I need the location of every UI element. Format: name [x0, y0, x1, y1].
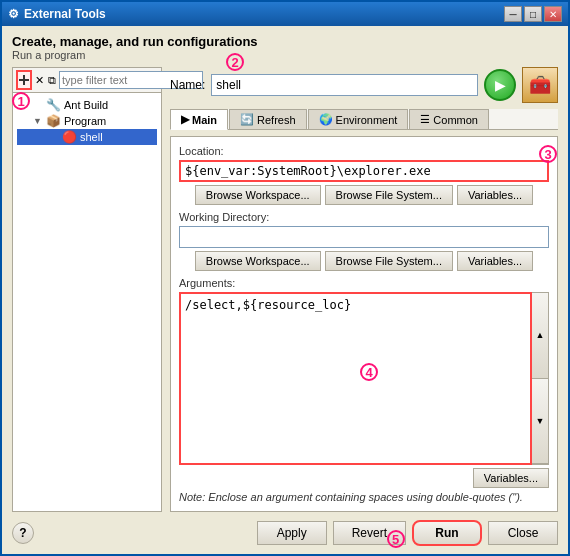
main-content: ✕ ⧉ 🔧 Ant Build ▼ 📦 Program [12, 67, 558, 512]
window-icon: ⚙ [8, 7, 19, 21]
name-label: Name: [170, 78, 205, 92]
page-subtitle: Run a program [12, 49, 558, 61]
tab-refresh[interactable]: 🔄 Refresh [229, 109, 307, 130]
location-browse-filesystem-button[interactable]: Browse File System... [325, 185, 453, 205]
arguments-input[interactable]: /select,${resource_loc} [179, 292, 532, 465]
new-config-button[interactable] [16, 70, 32, 90]
window-header: Create, manage, and run configurations R… [12, 34, 558, 61]
environment-tab-icon: 🌍 [319, 113, 333, 126]
annotation-4: 4 [360, 363, 378, 381]
location-input[interactable] [179, 160, 549, 182]
tab-refresh-label: Refresh [257, 114, 296, 126]
tabs-container: ▶ Main 🔄 Refresh 🌍 Environment ☰ Common [170, 109, 558, 130]
common-tab-icon: ☰ [420, 113, 430, 126]
location-browse-row: Browse Workspace... Browse File System..… [179, 185, 549, 205]
duplicate-config-button[interactable]: ⧉ [47, 70, 57, 90]
scroll-down-button[interactable]: ▼ [532, 379, 548, 465]
working-dir-browse-row: Browse Workspace... Browse File System..… [179, 251, 549, 271]
tab-common-label: Common [433, 114, 478, 126]
working-dir-label: Working Directory: [179, 211, 549, 223]
tab-environment[interactable]: 🌍 Environment [308, 109, 409, 130]
main-tab-icon: ▶ [181, 113, 189, 126]
tab-environment-label: Environment [336, 114, 398, 126]
arguments-label: Arguments: [179, 277, 549, 289]
window-body: Create, manage, and run configurations R… [2, 26, 568, 554]
expand-icon: ▼ [33, 116, 43, 126]
bottom-bar: ? Apply Revert Run Close 5 [12, 512, 558, 546]
arguments-vars-row: Variables... [179, 468, 549, 488]
bottom-right-buttons: Apply Revert Run Close 5 [257, 520, 558, 546]
tab-main[interactable]: ▶ Main [170, 109, 228, 130]
working-dir-input[interactable] [179, 226, 549, 248]
help-button[interactable]: ? [12, 522, 34, 544]
close-window-button[interactable]: ✕ [544, 6, 562, 22]
maximize-button[interactable]: □ [524, 6, 542, 22]
working-dir-browse-workspace-button[interactable]: Browse Workspace... [195, 251, 321, 271]
name-row: Name: ▶ 🧰 2 [170, 67, 558, 103]
working-dir-group: Working Directory: Browse Workspace... B… [179, 211, 549, 271]
apply-button[interactable]: Apply [257, 521, 327, 545]
scroll-up-button[interactable]: ▲ [532, 293, 548, 379]
title-bar-controls: ─ □ ✕ [504, 6, 562, 22]
tree-item-label: Program [64, 115, 106, 127]
tree-item-label: shell [80, 131, 103, 143]
program-icon: 📦 [46, 114, 61, 128]
left-panel: ✕ ⧉ 🔧 Ant Build ▼ 📦 Program [12, 67, 162, 512]
working-dir-variables-button[interactable]: Variables... [457, 251, 533, 271]
location-label: Location: [179, 145, 549, 157]
external-tools-window: ⚙ External Tools ─ □ ✕ Create, manage, a… [0, 0, 570, 556]
run-top-button[interactable]: ▶ [484, 69, 516, 101]
tree-item-label: Ant Build [64, 99, 108, 111]
config-panel: Location: 3 Browse Workspace... Browse F… [170, 136, 558, 512]
tree-item-shell[interactable]: 🔴 shell [17, 129, 157, 145]
page-title: Create, manage, and run configurations [12, 34, 558, 49]
location-variables-button[interactable]: Variables... [457, 185, 533, 205]
arguments-variables-button[interactable]: Variables... [473, 468, 549, 488]
svg-rect-1 [23, 75, 25, 85]
annotation-3: 3 [539, 145, 557, 163]
tree-item-ant-build[interactable]: 🔧 Ant Build [17, 97, 157, 113]
title-bar-left: ⚙ External Tools [8, 7, 106, 21]
run-button[interactable]: Run [412, 520, 482, 546]
name-input[interactable] [211, 74, 478, 96]
toolbox-icon: 🧰 [522, 67, 558, 103]
location-group: Location: 3 Browse Workspace... Browse F… [179, 145, 549, 205]
right-panel: Name: ▶ 🧰 2 ▶ Main 🔄 Refresh [170, 67, 558, 512]
close-button[interactable]: Close [488, 521, 558, 545]
annotation-2: 2 [226, 53, 244, 71]
delete-config-button[interactable]: ✕ [34, 70, 45, 90]
tab-common[interactable]: ☰ Common [409, 109, 489, 130]
arguments-note: Note: Enclose an argument containing spa… [179, 491, 549, 503]
tree-item-program[interactable]: ▼ 📦 Program [17, 113, 157, 129]
working-dir-browse-filesystem-button[interactable]: Browse File System... [325, 251, 453, 271]
annotation-1: 1 [12, 92, 30, 110]
scrollbar: ▲ ▼ [532, 292, 549, 465]
window-title: External Tools [24, 7, 106, 21]
annotation-5: 5 [387, 530, 405, 548]
location-browse-workspace-button[interactable]: Browse Workspace... [195, 185, 321, 205]
ant-build-icon: 🔧 [46, 98, 61, 112]
refresh-tab-icon: 🔄 [240, 113, 254, 126]
title-bar: ⚙ External Tools ─ □ ✕ [2, 2, 568, 26]
left-panel-toolbar: ✕ ⧉ [13, 68, 161, 93]
new-icon [18, 74, 30, 86]
shell-icon: 🔴 [62, 130, 77, 144]
tree-view: 🔧 Ant Build ▼ 📦 Program 🔴 shell [13, 93, 161, 511]
minimize-button[interactable]: ─ [504, 6, 522, 22]
arguments-group: Arguments: /select,${resource_loc} ▲ ▼ V… [179, 277, 549, 503]
tab-main-label: Main [192, 114, 217, 126]
